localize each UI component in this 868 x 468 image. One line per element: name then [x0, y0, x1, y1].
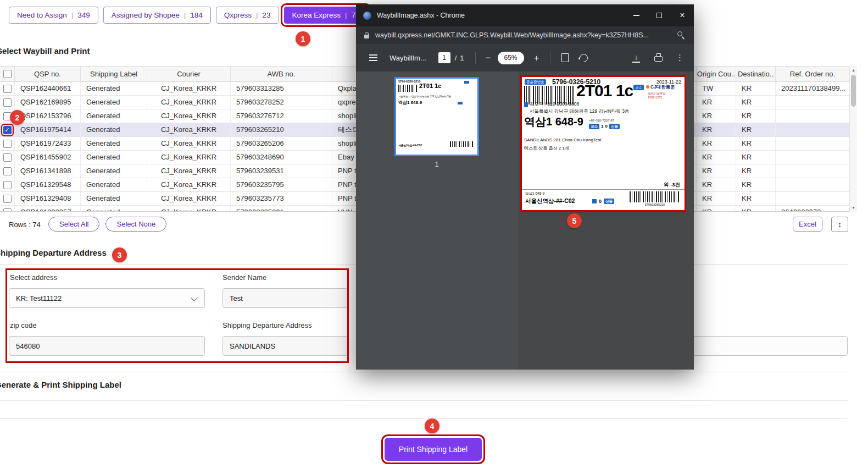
- row-checkbox[interactable]: [3, 153, 12, 162]
- cell-destination: KR: [736, 123, 776, 136]
- popup-url-text[interactable]: waybill.qxpress.net/GMKT.INC.GLPS.Waybil…: [375, 31, 649, 39]
- cell-qsp: QSP162169895: [15, 96, 81, 109]
- tab-assigned-by-shopee[interactable]: Assigned by Shopee | 184: [103, 7, 211, 24]
- row-checkbox[interactable]: [3, 208, 12, 212]
- barcode-bottom: [630, 191, 680, 202]
- scroll-up-icon[interactable]: ▲: [850, 67, 857, 74]
- search-icon[interactable]: [677, 31, 686, 40]
- cell-shipping-label: Generated: [81, 178, 147, 191]
- blue-tag: [458, 102, 463, 104]
- page-separator: /: [455, 54, 457, 62]
- tab-divider: |: [184, 11, 186, 19]
- zoom-in-button[interactable]: +: [534, 53, 539, 63]
- pdf-main-panel: 운송장번호 5796-0326-5210 2023-11-22 2T01 1c …: [519, 71, 694, 370]
- chevron-down-icon: [191, 294, 198, 301]
- zip-code-label: zip code: [10, 321, 36, 329]
- print-icon[interactable]: [654, 56, 663, 62]
- tab-divider: |: [71, 11, 74, 19]
- tab-korea-express[interactable]: Korea Express | 74: [284, 7, 368, 24]
- menu-icon[interactable]: [369, 54, 377, 61]
- cell-shipping-label: Generated: [81, 164, 147, 178]
- row-checkbox[interactable]: [3, 140, 12, 148]
- cell-destination: KR: [736, 178, 776, 191]
- select-address-dropdown[interactable]: KR: Test11122: [9, 288, 205, 308]
- cell-qsp: QSP161972433: [15, 137, 81, 150]
- departure-address-field[interactable]: [222, 336, 348, 356]
- cell-destination: KR: [736, 96, 776, 109]
- expand-table-button[interactable]: ↕: [831, 217, 848, 232]
- cell-shipping-label: Generated: [81, 96, 147, 109]
- maximize-button[interactable]: [648, 4, 671, 26]
- cell-destination: KR: [736, 192, 776, 205]
- row-checkbox[interactable]: [3, 112, 12, 120]
- tab-qxpress[interactable]: Qxpress | 23: [216, 7, 279, 24]
- cell-awb: 579603265210: [231, 123, 332, 136]
- pdf-toolbar: WaybillIm... 1 / 1 − 65% + ↓ ⋮: [356, 44, 694, 71]
- cell-ref: [776, 96, 849, 109]
- row-checkbox[interactable]: [3, 98, 12, 107]
- select-none-button[interactable]: Select None: [105, 217, 166, 232]
- col-origin: Origin Cou..: [697, 67, 736, 81]
- cell-destination: KR: [736, 82, 776, 95]
- annotation-badge-1: 1: [296, 31, 310, 46]
- download-icon[interactable]: ↓: [632, 53, 640, 63]
- cell-courier: CJ_Korea_KRKR: [147, 151, 231, 164]
- cell-qsp: QSP161329408: [15, 192, 81, 205]
- row-checkbox-checked[interactable]: ✓: [3, 126, 12, 134]
- app-page: Need to Assign | 349 Assigned by Shopee …: [0, 0, 868, 468]
- cell-origin: TW: [697, 82, 736, 95]
- select-all-checkbox[interactable]: [3, 70, 12, 78]
- lock-icon: [364, 35, 369, 38]
- bottom-sort-code: 서울신역삼-##-C02: [525, 197, 575, 205]
- carrier-contact-line1: 택배이용문의: [648, 92, 666, 96]
- cell-awb: 579603265206: [231, 137, 332, 150]
- sender-name-field[interactable]: [222, 288, 348, 308]
- table-scrollbar[interactable]: ▲ ▼: [849, 66, 857, 212]
- barcode-mini: [450, 141, 473, 147]
- tab-count: 349: [77, 11, 90, 19]
- cell-ref: [776, 164, 849, 178]
- row-checkbox[interactable]: [3, 85, 12, 93]
- close-button[interactable]: ×: [671, 4, 694, 26]
- row-checkbox[interactable]: [3, 195, 12, 203]
- tab-need-to-assign[interactable]: Need to Assign | 349: [9, 7, 98, 24]
- sender-name-label: Sender Name: [222, 273, 266, 282]
- minimize-button[interactable]: [625, 4, 648, 26]
- pdf-content-area: 5796-0326-5210 2T01 1c 서울특별시 강남구 테헤란로 12…: [356, 71, 694, 370]
- fit-page-icon[interactable]: [561, 53, 569, 62]
- cell-awb: 579603313285: [231, 82, 332, 95]
- divider: [522, 189, 685, 190]
- row-checkbox[interactable]: [3, 181, 12, 189]
- check-icon: ✓: [4, 127, 9, 133]
- print-shipping-label-button[interactable]: Print Shipping Label: [385, 438, 482, 461]
- departure-address-label: Shipping Departure Address: [222, 321, 312, 329]
- cell-awb: 579603239531: [231, 164, 332, 178]
- blue-tag: [592, 199, 597, 203]
- popup-url-bar[interactable]: waybill.qxpress.net/GMKT.INC.GLPS.Waybil…: [356, 26, 694, 44]
- waybill-document-page[interactable]: 운송장번호 5796-0326-5210 2023-11-22 2T01 1c …: [522, 77, 685, 210]
- cell-shipping-label: Generated: [81, 109, 147, 123]
- generate-section-title: Generate & Print Shipping Label: [0, 380, 121, 389]
- tab-label: Qxpress: [224, 11, 252, 19]
- row-checkbox[interactable]: [3, 167, 12, 175]
- cell-origin: KR: [697, 192, 736, 205]
- rows-count-label: Rows : 74: [9, 221, 41, 229]
- page-number-input[interactable]: 1: [438, 52, 450, 63]
- rotate-icon[interactable]: [578, 52, 589, 63]
- waybill-section-title: Select Waybill and Print: [0, 46, 90, 56]
- more-options-icon[interactable]: ⋮: [676, 53, 684, 63]
- bottom-area: 역삼1 648-9: [525, 191, 544, 196]
- excel-export-button[interactable]: Excel: [793, 217, 822, 232]
- scroll-down-icon[interactable]: ▼: [850, 204, 857, 211]
- select-all-button[interactable]: Select All: [48, 217, 99, 232]
- zoom-out-button[interactable]: −: [486, 53, 491, 63]
- popup-title-bar[interactable]: WaybillImage.ashx - Chrome ×: [356, 4, 694, 26]
- scrollbar-thumb[interactable]: [851, 75, 856, 107]
- cell-awb: 579603278252: [231, 96, 332, 109]
- cell-ref: [776, 151, 849, 164]
- pdf-thumbnail-page-1[interactable]: 5796-0326-5210 2T01 1c 서울특별시 강남구 테헤란로 12…: [394, 77, 479, 156]
- cell-courier: CJ_Korea_KRKR: [147, 82, 231, 95]
- col-destination: Destinatio..: [736, 67, 776, 81]
- zip-code-field[interactable]: [9, 336, 205, 356]
- cell-qsp: QSP161322257: [15, 206, 81, 212]
